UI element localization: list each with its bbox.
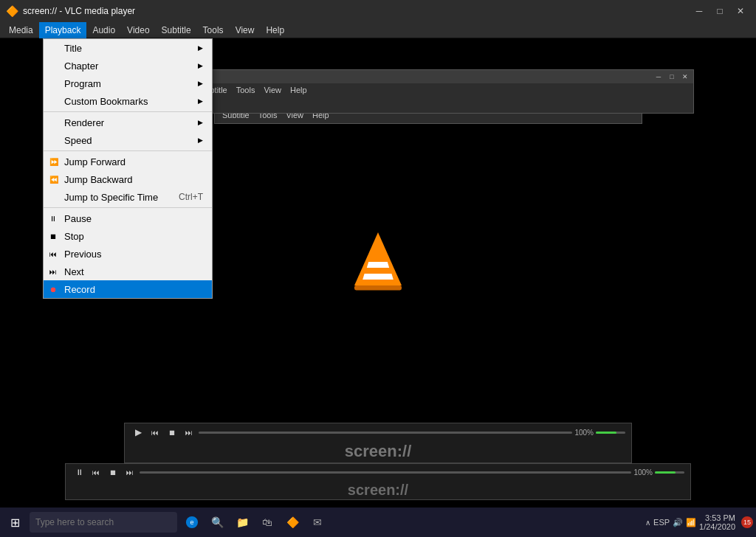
- inner-prev-2[interactable]: ⏮: [89, 465, 103, 479]
- tray-notification[interactable]: 15: [741, 516, 753, 528]
- taskbar-icon-edge[interactable]: e: [180, 510, 204, 534]
- close-button[interactable]: ✕: [731, 4, 750, 18]
- sub-title-bar-1: ─ □ ✕: [193, 70, 693, 83]
- svg-marker-2: [367, 262, 389, 268]
- inner-stop-2[interactable]: ⏹: [106, 465, 120, 479]
- record-icon: ⏺: [49, 285, 57, 294]
- jump-forward-icon: ⏩: [49, 158, 58, 166]
- menu-item-chapter[interactable]: Chapter: [44, 57, 212, 75]
- sub-menu-tools[interactable]: Tools: [232, 86, 260, 94]
- menu-item-speed[interactable]: Speed: [44, 131, 212, 149]
- taskbar: ⊞ e 🔍 📁 🛍 🔶 ✉ ∧ ESP 🔊 📶 3:53 PM 1/24/202…: [0, 507, 756, 537]
- inner-vlc-bar-2: ⏸ ⏮ ⏹ ⏭ 100% screen://: [65, 463, 691, 500]
- menu-media[interactable]: Media: [3, 22, 39, 38]
- taskbar-area-bg: ▶ ⏮ ⏹ ⏭ 100% screen:// ⏸ ⏮ ⏹ ⏭ 100%: [0, 419, 756, 507]
- vlc-app-icon: 🔶: [6, 5, 18, 17]
- menu-item-pause[interactable]: ⏸ Pause: [44, 209, 212, 227]
- svg-rect-4: [354, 285, 402, 290]
- sub-close-1[interactable]: ✕: [678, 72, 692, 82]
- title-bar: 🔶 screen:// - VLC media player ─ □ ✕: [0, 0, 756, 22]
- inner-stop-1[interactable]: ⏹: [165, 425, 179, 440]
- screen-text-1: screen://: [345, 442, 412, 461]
- separator-1: [44, 111, 212, 112]
- pause-icon: ⏸: [49, 215, 57, 223]
- inner-controls-2: ⏸ ⏮ ⏹ ⏭ 100%: [72, 465, 684, 479]
- sub-menu-view[interactable]: View: [259, 86, 286, 94]
- start-button[interactable]: ⊞: [3, 510, 27, 534]
- menu-item-program[interactable]: Program: [44, 75, 212, 92]
- inner-progress-1[interactable]: [199, 432, 572, 434]
- clock-time: 3:53 PM: [705, 513, 735, 522]
- menu-item-stop[interactable]: ⏹ Stop: [44, 227, 212, 245]
- menu-subtitle[interactable]: Subtitle: [156, 22, 197, 38]
- menu-item-next[interactable]: ⏭ Next: [44, 263, 212, 280]
- jump-backward-icon: ⏪: [49, 176, 58, 184]
- menu-help[interactable]: Help: [260, 22, 290, 38]
- tray-esp: ESP: [653, 518, 670, 527]
- inner-screen-text-2: screen://: [72, 482, 684, 499]
- menu-item-jump-specific[interactable]: Jump to Specific Time Ctrl+T: [44, 188, 212, 206]
- sub-minimize-1[interactable]: ─: [652, 72, 665, 82]
- menu-video[interactable]: Video: [121, 22, 155, 38]
- sub-maximize-1[interactable]: □: [665, 72, 678, 82]
- inner-vol-fill-2: [655, 471, 676, 474]
- menu-playback[interactable]: Playback: [39, 22, 87, 38]
- inner-screen-text-1: screen://: [131, 442, 625, 461]
- svg-text:e: e: [190, 519, 193, 526]
- inner-play-2[interactable]: ⏸: [72, 465, 86, 479]
- menu-bar: Media Playback Audio Video Subtitle Tool…: [0, 22, 756, 38]
- tray-volume-icon[interactable]: 🔊: [673, 518, 683, 527]
- screen-text-2: screen://: [348, 482, 408, 499]
- inner-next-2[interactable]: ⏭: [123, 465, 137, 479]
- taskbar-icon-files[interactable]: 📁: [230, 510, 254, 534]
- menu-item-renderer[interactable]: Renderer: [44, 114, 212, 131]
- taskbar-tray: ∧ ESP 🔊 📶 3:53 PM 1/24/2020 15: [645, 513, 753, 531]
- stop-icon: ⏹: [49, 232, 57, 240]
- sub-menu-bar-1: Subtitle Tools View Help: [193, 83, 693, 97]
- separator-2: [44, 150, 212, 151]
- clock-date: 1/24/2020: [699, 522, 735, 531]
- maximize-button[interactable]: □: [710, 4, 729, 18]
- menu-item-custom-bookmarks[interactable]: Custom Bookmarks: [44, 92, 212, 110]
- separator-3: [44, 207, 212, 208]
- playback-dropdown: Title Chapter Program Custom Bookmarks R…: [43, 38, 213, 299]
- taskbar-search-input[interactable]: [30, 512, 177, 533]
- inner-play-1[interactable]: ▶: [131, 425, 145, 440]
- window-title: screen:// - VLC media player: [23, 6, 135, 16]
- inner-controls-1: ▶ ⏮ ⏹ ⏭ 100%: [131, 425, 625, 440]
- menu-audio[interactable]: Audio: [86, 22, 121, 38]
- minimize-button[interactable]: ─: [690, 4, 709, 18]
- tray-chevron[interactable]: ∧: [645, 519, 650, 527]
- taskbar-icon-vlc[interactable]: 🔶: [281, 510, 304, 534]
- inner-vol-2[interactable]: [655, 471, 684, 474]
- taskbar-clock[interactable]: 3:53 PM 1/24/2020: [699, 513, 738, 531]
- sub-menu-help[interactable]: Help: [286, 86, 312, 94]
- menu-tools[interactable]: Tools: [197, 22, 230, 38]
- menu-view[interactable]: View: [230, 22, 261, 38]
- inner-vol-1[interactable]: [596, 432, 625, 434]
- menu-item-previous[interactable]: ⏮ Previous: [44, 245, 212, 263]
- taskbar-icon-search[interactable]: 🔍: [205, 510, 229, 534]
- next-icon: ⏭: [49, 268, 57, 276]
- inner-next-1[interactable]: ⏭: [182, 425, 196, 440]
- taskbar-pinned-icons: e 🔍 📁 🛍 🔶 ✉: [180, 510, 329, 534]
- inner-progress-2[interactable]: [140, 471, 631, 474]
- inner-vol-label-1: 100%: [574, 429, 594, 437]
- menu-item-jump-forward[interactable]: ⏩ Jump Forward: [44, 153, 212, 170]
- taskbar-icon-store[interactable]: 🛍: [255, 510, 279, 534]
- title-bar-controls: ─ □ ✕: [690, 4, 750, 18]
- menu-item-record[interactable]: ⏺ Record: [44, 280, 212, 298]
- taskbar-icon-mail[interactable]: ✉: [306, 510, 329, 534]
- inner-vol-label-2: 100%: [633, 468, 653, 477]
- menu-item-title[interactable]: Title: [44, 39, 212, 57]
- inner-vlc-bar-1: ▶ ⏮ ⏹ ⏭ 100% screen://: [124, 423, 632, 463]
- menu-item-jump-backward[interactable]: ⏪ Jump Backward: [44, 170, 212, 188]
- jump-specific-shortcut: Ctrl+T: [164, 192, 203, 202]
- inner-prev-1[interactable]: ⏮: [148, 425, 162, 440]
- tray-network-icon[interactable]: 📶: [686, 518, 696, 527]
- inner-vol-fill-1: [596, 432, 616, 434]
- previous-icon: ⏮: [49, 250, 57, 258]
- title-bar-left: 🔶 screen:// - VLC media player: [6, 5, 135, 17]
- sub-window-1: ─ □ ✕ Subtitle Tools View Help: [192, 69, 694, 114]
- svg-marker-3: [362, 274, 394, 280]
